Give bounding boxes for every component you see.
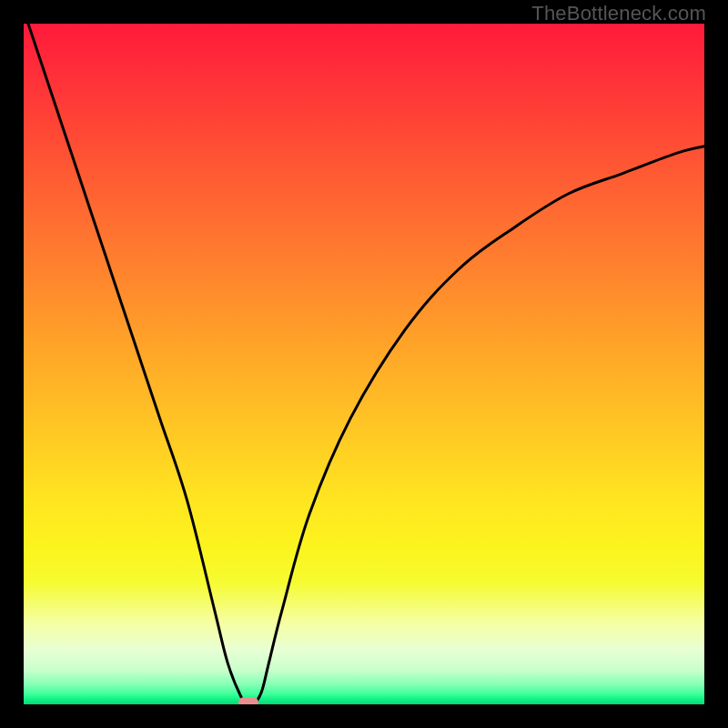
bottleneck-curve <box>24 24 704 704</box>
optimum-marker <box>238 697 258 704</box>
plot-area <box>24 24 704 704</box>
curve-svg <box>24 24 704 704</box>
watermark-text: TheBottleneck.com <box>531 2 706 25</box>
